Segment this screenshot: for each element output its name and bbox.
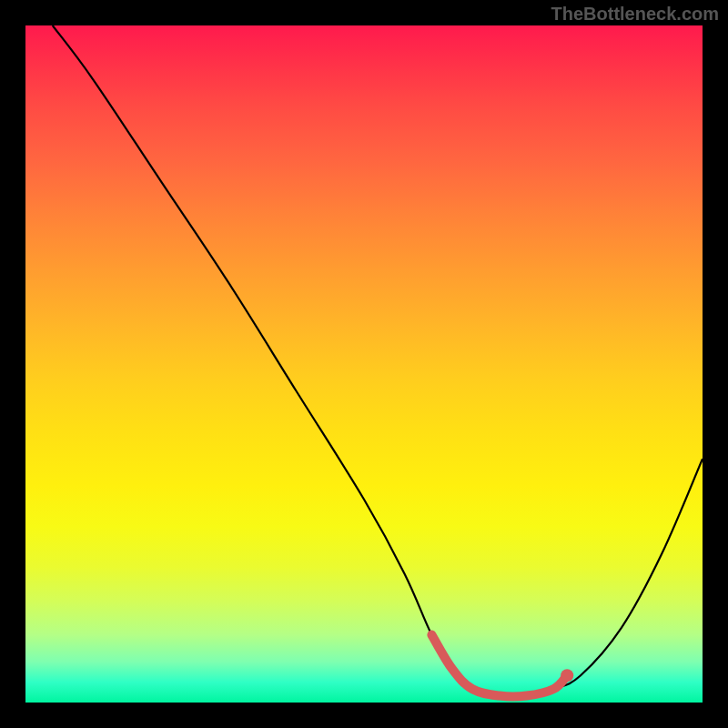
bottleneck-curve — [53, 25, 703, 697]
watermark-text: TheBottleneck.com — [551, 4, 719, 25]
highlight-dot — [561, 669, 573, 682]
chart-svg — [25, 25, 703, 703]
highlight-segment — [431, 635, 567, 697]
chart-plot-area — [25, 25, 703, 703]
